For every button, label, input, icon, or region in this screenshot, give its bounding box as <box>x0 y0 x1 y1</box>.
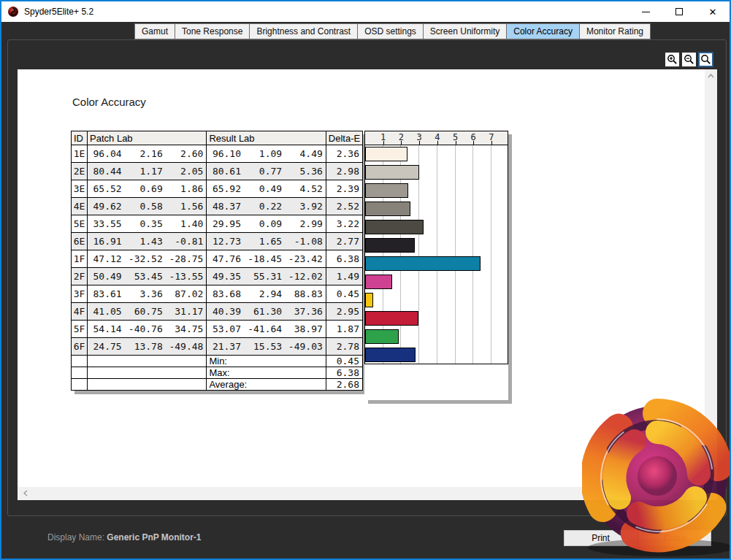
cell-id: 5F <box>72 321 88 338</box>
horizontal-scrollbar[interactable] <box>18 487 705 500</box>
summary-label: Max: <box>207 367 326 379</box>
cell-result-lab: -1.08 <box>285 233 326 250</box>
close-window-button[interactable]: ✕ <box>696 1 730 22</box>
chevron-left-icon <box>23 490 28 496</box>
summary-value: 6.38 <box>326 367 362 379</box>
cell-empty <box>88 379 207 391</box>
cell-patch-lab: 3.36 <box>125 285 166 303</box>
tab-monitor-rating[interactable]: Monitor Rating <box>579 23 651 39</box>
cell-patch-lab: 65.52 <box>88 180 125 198</box>
window-title: Spyder5Elite+ 5.2 <box>24 7 93 17</box>
chevron-right-icon <box>695 490 700 496</box>
cell-patch-lab: -13.55 <box>166 268 207 285</box>
table-row: 1F47.12-32.52-28.7547.76-18.45-23.426.38 <box>72 250 363 268</box>
app-window: Spyder5Elite+ 5.2 ✕ GamutTone ResponseBr… <box>0 0 731 560</box>
delta-e-bar-3E <box>365 183 408 198</box>
cell-patch-lab: 0.58 <box>125 198 166 215</box>
cell-patch-lab: 31.17 <box>166 303 207 321</box>
summary-row: Average:2.68 <box>72 379 363 391</box>
cell-patch-lab: 49.62 <box>88 198 125 215</box>
table-row: 6F24.7513.78-49.4821.3715.53-49.032.78 <box>72 338 363 356</box>
cell-result-lab: -23.42 <box>285 250 326 268</box>
summary-row: Max:6.38 <box>72 367 363 379</box>
print-button[interactable]: Print <box>564 530 638 546</box>
cell-result-lab: 38.97 <box>285 321 326 338</box>
cell-patch-lab: 0.35 <box>125 215 166 233</box>
summary-label: Average: <box>207 379 326 391</box>
close-icon: ✕ <box>709 7 717 17</box>
cell-result-lab: 37.36 <box>285 303 326 321</box>
cell-result-lab: 2.99 <box>285 215 326 233</box>
cell-delta-e: 1.87 <box>326 321 362 338</box>
cell-result-lab: 4.52 <box>285 180 326 198</box>
table-row: 3E65.520.691.8665.920.494.522.39 <box>72 180 363 198</box>
column-header-delta: Delta-E <box>326 131 362 145</box>
cell-empty <box>88 356 207 367</box>
delta-e-bar-2F <box>365 275 392 289</box>
cell-id: 3F <box>72 285 88 303</box>
tab-screen-uniformity[interactable]: Screen Uniformity <box>423 23 507 39</box>
zoom-out-icon <box>684 54 694 65</box>
cell-result-lab: 61.30 <box>244 303 285 321</box>
table-row: 4F41.0560.7531.1740.3961.3037.362.95 <box>72 303 363 321</box>
delta-e-bar-1F <box>365 256 481 271</box>
cell-patch-lab: 1.56 <box>166 198 207 215</box>
cell-patch-lab: 2.16 <box>125 145 166 163</box>
cell-result-lab: 83.68 <box>207 285 244 303</box>
delta-e-bar-4E <box>365 202 410 216</box>
cell-result-lab: -18.45 <box>244 250 285 268</box>
cell-delta-e: 2.77 <box>326 233 362 250</box>
display-name-label: Display Name: <box>47 532 107 542</box>
report-panel: Color Accuracy IDPatch LabResult LabDelt… <box>18 69 717 500</box>
scroll-up-button[interactable] <box>705 69 717 82</box>
cell-delta-e: 2.95 <box>326 303 362 321</box>
delta-e-bar-5F <box>365 329 399 344</box>
cell-result-lab: 21.37 <box>207 338 244 356</box>
column-header-id: ID <box>72 131 88 145</box>
display-name-status: Display Name: Generic PnP Monitor-1 <box>47 532 202 542</box>
delta-e-bar-3F <box>365 293 373 307</box>
cell-patch-lab: 54.14 <box>88 321 125 338</box>
vertical-scrollbar[interactable] <box>705 69 717 500</box>
minimize-button[interactable] <box>629 1 662 22</box>
tab-osd-settings[interactable]: OSD settings <box>357 23 424 39</box>
cell-empty <box>88 367 207 379</box>
zoom-in-button[interactable] <box>665 52 680 67</box>
display-name-value: Generic PnP Monitor-1 <box>107 532 201 542</box>
chart-plot-area <box>364 145 508 364</box>
cell-patch-lab: 87.02 <box>166 285 207 303</box>
cell-patch-lab: -40.76 <box>125 321 166 338</box>
cell-result-lab: 40.39 <box>207 303 244 321</box>
delta-e-chart: 1234567 <box>364 131 508 400</box>
tab-color-accuracy[interactable]: Color Accuracy <box>506 23 580 39</box>
scroll-right-button[interactable] <box>691 487 703 499</box>
cell-patch-lab: 16.91 <box>88 233 125 250</box>
scroll-left-button[interactable] <box>19 487 31 499</box>
cell-result-lab: 48.37 <box>207 198 244 215</box>
cell-id: 1E <box>72 145 88 163</box>
title-bar: Spyder5Elite+ 5.2 ✕ <box>1 1 730 22</box>
tab-brightness-and-contrast[interactable]: Brightness and Contrast <box>249 23 358 39</box>
tab-gamut[interactable]: Gamut <box>134 23 175 39</box>
table-row: 5E33.550.351.4029.950.092.993.22 <box>72 215 363 233</box>
cell-id: 4F <box>72 303 88 321</box>
cell-result-lab: 12.73 <box>207 233 244 250</box>
cell-patch-lab: -49.48 <box>166 338 207 356</box>
cell-patch-lab: 50.49 <box>88 268 125 285</box>
cell-delta-e: 0.45 <box>326 285 362 303</box>
scroll-down-button[interactable] <box>705 475 717 487</box>
cell-result-lab: 47.76 <box>207 250 244 268</box>
cell-patch-lab: -32.52 <box>125 250 166 268</box>
maximize-button[interactable] <box>662 1 696 22</box>
tab-tone-response[interactable]: Tone Response <box>175 23 250 39</box>
close-button[interactable]: Close <box>638 530 711 546</box>
cell-delta-e: 2.36 <box>326 145 362 163</box>
delta-e-bar-5E <box>365 220 424 234</box>
cell-empty <box>72 367 88 379</box>
cell-delta-e: 1.49 <box>326 268 362 285</box>
gridline <box>491 145 491 364</box>
zoom-window-button[interactable] <box>698 52 713 67</box>
cell-empty <box>72 356 88 367</box>
zoom-window-icon <box>700 54 711 65</box>
zoom-out-button[interactable] <box>681 52 697 67</box>
